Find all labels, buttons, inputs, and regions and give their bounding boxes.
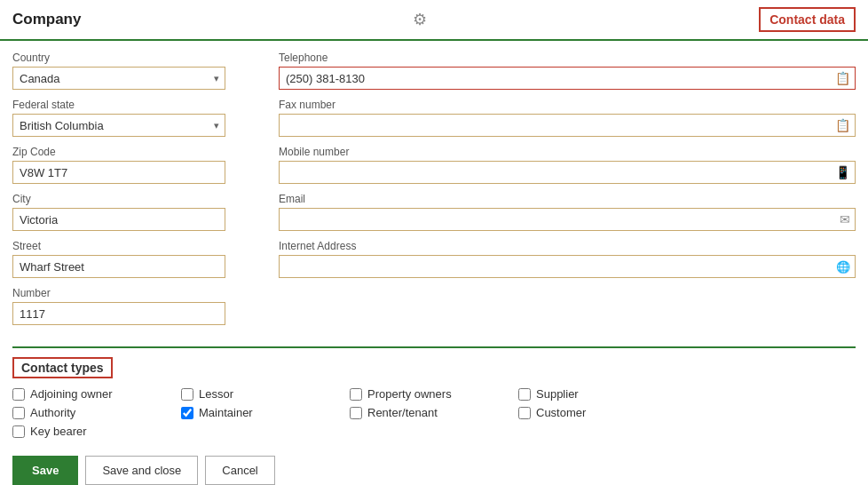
contact-types-heading: Contact types [12,357,113,378]
contact-types-section: Contact types Adjoining owner Authority … [12,357,856,438]
street-label: Street [12,240,225,252]
mobile-field: Mobile number 📱 [279,146,856,184]
federal-state-select-wrapper[interactable]: British Columbia Ontario Quebec Alberta … [12,114,225,137]
zip-input[interactable] [12,161,225,184]
street-input[interactable] [12,255,225,278]
federal-state-select[interactable]: British Columbia Ontario Quebec Alberta [12,114,225,137]
checkbox-authority[interactable]: Authority [12,406,181,419]
telephone-field: Telephone 📋 [279,52,856,90]
save-close-button[interactable]: Save and close [85,456,198,485]
authority-checkbox[interactable] [12,407,25,419]
country-select[interactable]: Canada United States United Kingdom [12,67,225,90]
city-label: City [12,193,225,205]
country-select-wrapper[interactable]: Canada United States United Kingdom ▾ [12,67,225,90]
key-bearer-label: Key bearer [30,425,87,438]
property-owners-checkbox[interactable] [350,388,362,401]
checkbox-col-2: Lessor Maintainer [181,387,350,438]
checkbox-maintainer[interactable]: Maintainer [181,406,350,419]
header: Company ⚙ Contact data [0,0,868,41]
street-field: Street [12,240,225,278]
customer-checkbox[interactable] [518,407,531,419]
country-label: Country [12,52,225,64]
property-owners-label: Property owners [367,387,452,401]
save-button[interactable]: Save [12,456,78,485]
city-field: City [12,193,225,231]
right-column: Telephone 📋 Fax number 📋 Mobile number 📱 [279,52,856,334]
page-title: Company [12,11,81,28]
fax-label: Fax number [279,99,856,111]
internet-input-wrapper: 🌐 [279,255,856,278]
lessor-label: Lessor [199,387,233,401]
renter-checkbox[interactable] [350,407,362,419]
fax-input-wrapper: 📋 [279,114,856,137]
maintainer-label: Maintainer [199,406,253,419]
number-field: Number [12,287,225,325]
checkbox-col-3: Property owners Renter/tenant [350,387,518,438]
checkbox-customer[interactable]: Customer [518,406,687,419]
cancel-button[interactable]: Cancel [205,456,274,485]
federal-state-field: Federal state British Columbia Ontario Q… [12,99,225,137]
checkbox-adjoining[interactable]: Adjoining owner [12,387,181,401]
footer-buttons: Save Save and close Cancel [12,456,856,485]
checkbox-supplier[interactable]: Supplier [518,387,687,401]
mobile-input-wrapper: 📱 [279,161,856,184]
email-field: Email ✉ [279,193,856,231]
checkbox-key-bearer[interactable]: Key bearer [12,425,181,438]
telephone-input[interactable] [279,67,856,90]
supplier-checkbox[interactable] [518,388,531,401]
mobile-label: Mobile number [279,146,856,158]
number-input[interactable] [12,302,225,325]
left-column: Country Canada United States United King… [12,52,225,334]
checkbox-renter[interactable]: Renter/tenant [350,406,518,419]
telephone-label: Telephone [279,52,856,64]
telephone-input-wrapper: 📋 [279,67,856,90]
adjoining-owner-label: Adjoining owner [30,387,113,401]
gear-icon[interactable]: ⚙ [413,10,427,29]
checkbox-col-1: Adjoining owner Authority Key bearer [12,387,181,438]
adjoining-owner-checkbox[interactable] [12,388,25,401]
email-input-wrapper: ✉ [279,208,856,231]
internet-input[interactable] [279,255,856,278]
internet-field: Internet Address 🌐 [279,240,856,278]
zip-field: Zip Code [12,146,225,184]
contact-data-badge: Contact data [759,7,856,32]
authority-label: Authority [30,406,75,419]
maintainer-checkbox[interactable] [181,407,193,419]
fax-field: Fax number 📋 [279,99,856,137]
email-label: Email [279,193,856,205]
federal-state-label: Federal state [12,99,225,111]
country-field: Country Canada United States United King… [12,52,225,90]
checkboxes-row: Adjoining owner Authority Key bearer Les… [12,387,856,438]
fax-input[interactable] [279,114,856,137]
section-divider [12,346,856,348]
zip-label: Zip Code [12,146,225,158]
internet-label: Internet Address [279,240,856,252]
mobile-input[interactable] [279,161,856,184]
lessor-checkbox[interactable] [181,388,193,401]
key-bearer-checkbox[interactable] [12,425,25,438]
checkbox-col-4: Supplier Customer [518,387,687,438]
checkbox-property-owners[interactable]: Property owners [350,387,518,401]
renter-label: Renter/tenant [367,406,438,419]
city-input[interactable] [12,208,225,231]
checkbox-lessor[interactable]: Lessor [181,387,350,401]
number-label: Number [12,287,225,299]
customer-label: Customer [536,406,586,419]
email-input[interactable] [279,208,856,231]
supplier-label: Supplier [536,387,579,401]
